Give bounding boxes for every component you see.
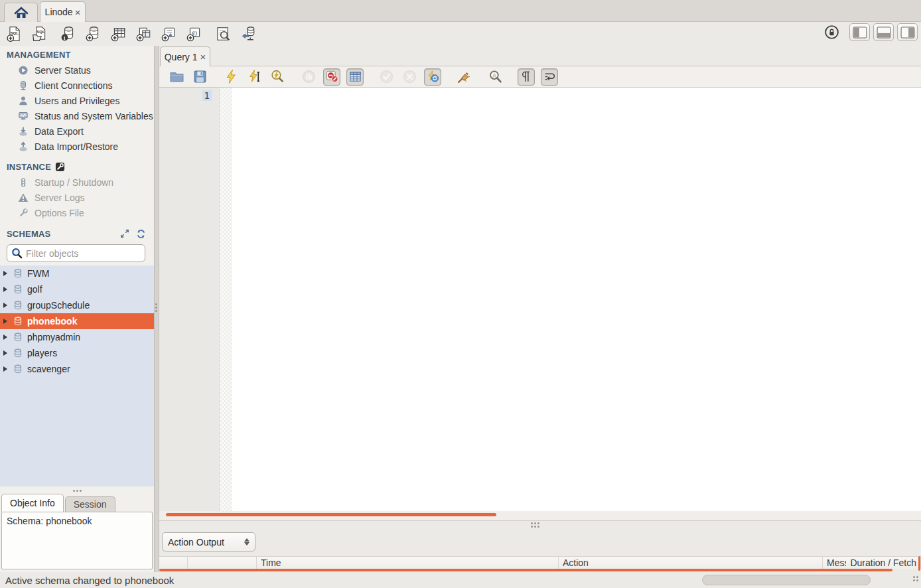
output-column-header[interactable]: Message bbox=[823, 557, 846, 569]
toggle-bottom-panel-button[interactable] bbox=[873, 23, 894, 41]
expander-arrow-icon[interactable] bbox=[3, 366, 7, 372]
create-schema-button[interactable] bbox=[85, 25, 102, 42]
expand-schemas-icon[interactable] bbox=[120, 229, 129, 239]
schemas-section-header: SCHEMAS bbox=[7, 229, 50, 239]
expander-arrow-icon[interactable] bbox=[3, 287, 7, 292]
output-column-header[interactable]: Time bbox=[257, 557, 559, 569]
create-function-button[interactable]: f() bbox=[186, 25, 203, 42]
execute-script-button[interactable] bbox=[222, 68, 240, 86]
schema-row[interactable]: phpmyadmin bbox=[0, 329, 154, 345]
sidebar-bottom-splitter[interactable] bbox=[0, 488, 154, 494]
output-panel-splitter[interactable] bbox=[159, 520, 921, 529]
sidebar-item-server-status[interactable]: Server Status bbox=[0, 62, 154, 78]
sidebar-item-system-variables[interactable]: Status and System Variables bbox=[0, 108, 154, 123]
schema-row[interactable]: groupSchedule bbox=[0, 297, 154, 313]
sidebar-item-data-export[interactable]: Data Export bbox=[0, 123, 154, 139]
expander-arrow-icon[interactable] bbox=[3, 271, 7, 276]
output-column-header[interactable]: Action bbox=[559, 557, 823, 569]
create-procedure-button[interactable] bbox=[161, 25, 178, 42]
stop-execution-button[interactable] bbox=[300, 68, 317, 86]
tab-session[interactable]: Session bbox=[65, 496, 115, 512]
open-file-button[interactable] bbox=[168, 68, 185, 86]
toggle-left-sidebar-button[interactable] bbox=[849, 23, 870, 41]
schema-row[interactable]: golf bbox=[0, 281, 154, 297]
expander-arrow-icon[interactable] bbox=[3, 319, 7, 324]
toggle-limit-rows-button[interactable] bbox=[346, 68, 364, 86]
sidebar-item-startup-shutdown[interactable]: Startup / Shutdown bbox=[0, 175, 154, 190]
management-section-header: MANAGEMENT bbox=[7, 50, 71, 60]
reconnect-server-button[interactable] bbox=[240, 25, 257, 42]
schema-filter-input[interactable] bbox=[26, 248, 146, 259]
output-view-selector[interactable]: Action Output bbox=[162, 532, 255, 551]
execute-current-statement-button[interactable] bbox=[246, 68, 263, 86]
connection-tab-label: Linode bbox=[45, 7, 73, 17]
server-status-icon bbox=[18, 65, 29, 76]
schema-icon bbox=[13, 316, 23, 327]
output-hscroll-thumb[interactable] bbox=[159, 569, 892, 571]
lock-circle-icon[interactable] bbox=[824, 25, 839, 40]
refresh-schemas-icon[interactable] bbox=[136, 229, 146, 239]
find-and-replace-button[interactable]: A bbox=[486, 68, 504, 86]
tab-object-info[interactable]: Object Info bbox=[1, 494, 64, 512]
toggle-right-sidebar-button[interactable] bbox=[897, 23, 918, 41]
sql-editor[interactable]: 1 bbox=[159, 88, 921, 511]
explain-plan-button[interactable] bbox=[269, 68, 286, 86]
home-icon bbox=[14, 6, 29, 19]
system-variables-icon bbox=[18, 111, 29, 121]
sidebar-item-options-file[interactable]: Options File bbox=[0, 205, 154, 220]
output-vscroll-thumb[interactable] bbox=[918, 556, 920, 571]
toggle-autocommit-button[interactable] bbox=[424, 68, 441, 86]
instance-section-header: INSTANCE bbox=[7, 162, 65, 172]
expander-arrow-icon[interactable] bbox=[3, 303, 7, 308]
toggle-invisible-characters-button[interactable] bbox=[518, 68, 535, 86]
connection-tab[interactable]: Linode × bbox=[40, 1, 86, 22]
sidebar-item-server-logs[interactable]: Server Logs bbox=[0, 190, 154, 205]
sidebar-splitter[interactable] bbox=[154, 46, 159, 572]
commit-button[interactable] bbox=[378, 68, 395, 86]
sidebar-item-data-import[interactable]: Data Import/Restore bbox=[0, 139, 154, 154]
output-view-label: Action Output bbox=[168, 537, 224, 548]
create-view-button[interactable] bbox=[135, 25, 153, 42]
schema-row[interactable]: scavenger bbox=[0, 361, 154, 377]
expander-arrow-icon[interactable] bbox=[3, 334, 7, 340]
schema-icon bbox=[13, 348, 23, 358]
output-table-header: Time Action Message Duration / Fetch bbox=[159, 556, 921, 569]
connection-tab-close-icon[interactable]: × bbox=[75, 7, 81, 17]
query-tab-close-icon[interactable]: × bbox=[200, 52, 206, 62]
options-file-icon bbox=[18, 208, 29, 218]
editor-horizontal-scrollbar bbox=[159, 511, 921, 520]
sidebar-item-users-privileges[interactable]: Users and Privileges bbox=[0, 93, 154, 108]
schema-row[interactable]: players bbox=[0, 345, 154, 361]
beautify-script-button[interactable] bbox=[455, 68, 472, 86]
query-tab[interactable]: Query 1 × bbox=[160, 46, 210, 66]
sql-editor-toolbar: A bbox=[159, 66, 921, 88]
editor-hscroll-thumb[interactable] bbox=[166, 513, 496, 516]
new-query-tab-button[interactable]: SQL bbox=[6, 25, 23, 42]
schema-tree: FWM golf groupSchedule phonebook bbox=[0, 265, 154, 486]
toggle-stop-on-error-button[interactable] bbox=[323, 68, 340, 86]
open-sql-script-button[interactable]: SQL bbox=[31, 25, 48, 42]
output-column-header[interactable] bbox=[159, 557, 188, 569]
data-export-icon bbox=[18, 126, 29, 137]
save-script-button[interactable] bbox=[191, 68, 208, 86]
schema-row[interactable]: phonebook bbox=[0, 313, 154, 329]
output-column-header[interactable]: Duration / Fetch bbox=[846, 557, 921, 569]
status-bar: Active schema changed to phonebook bbox=[0, 572, 921, 588]
expander-arrow-icon[interactable] bbox=[3, 350, 7, 356]
window-resize-grip[interactable] bbox=[913, 576, 918, 581]
line-number: 1 bbox=[202, 90, 212, 101]
statusbar-scrollbar-thumb[interactable] bbox=[702, 575, 871, 585]
svg-text:SQL: SQL bbox=[11, 31, 19, 35]
object-info-panel: Schema: phonebook bbox=[1, 512, 153, 569]
sql-code-area[interactable] bbox=[232, 88, 921, 511]
output-column-header[interactable] bbox=[188, 557, 257, 569]
search-table-data-button[interactable] bbox=[214, 25, 232, 42]
sidebar-item-client-connections[interactable]: Client Connections bbox=[0, 78, 154, 93]
inspect-database-button[interactable]: i bbox=[60, 25, 77, 42]
schema-row[interactable]: FWM bbox=[0, 265, 154, 281]
rollback-button[interactable] bbox=[401, 68, 418, 86]
toggle-word-wrap-button[interactable] bbox=[541, 68, 558, 86]
home-tab[interactable] bbox=[4, 3, 38, 22]
server-logs-icon bbox=[18, 192, 29, 203]
create-table-button[interactable] bbox=[110, 25, 127, 42]
